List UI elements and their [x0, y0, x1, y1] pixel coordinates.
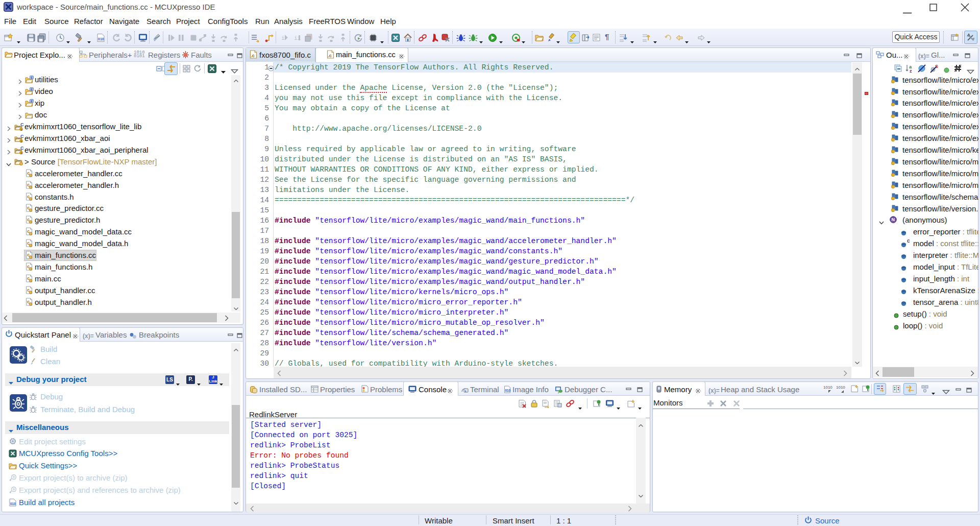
- svg-text:c: c: [31, 99, 33, 103]
- svg-text:!: !: [892, 114, 893, 118]
- svg-text:c: c: [31, 87, 33, 91]
- svg-text:!: !: [892, 91, 893, 95]
- svg-text:!: !: [892, 173, 893, 177]
- svg-text:S: S: [20, 151, 22, 154]
- svg-text:!: !: [892, 103, 893, 106]
- svg-text:!: !: [892, 208, 893, 212]
- svg-text:C: C: [20, 146, 24, 151]
- svg-text:c: c: [31, 76, 33, 79]
- svg-text:!: !: [892, 185, 893, 188]
- svg-text:C: C: [20, 123, 24, 127]
- svg-text:S: S: [20, 139, 22, 142]
- svg-text:!: !: [892, 161, 893, 165]
- svg-text:!: !: [892, 197, 893, 200]
- svg-text:S: S: [20, 128, 22, 131]
- svg-text:010: 010: [10, 502, 16, 506]
- svg-text:N: N: [892, 218, 895, 223]
- svg-text:.c: .c: [328, 53, 332, 58]
- svg-text:!: !: [892, 150, 893, 153]
- svg-text:1010: 1010: [836, 385, 845, 390]
- svg-text:!: !: [892, 138, 893, 141]
- svg-text:010: 010: [505, 389, 511, 392]
- svg-text:C: C: [20, 134, 24, 139]
- svg-text:.c: .c: [251, 53, 255, 58]
- svg-text:i: i: [281, 35, 285, 41]
- svg-text:010: 010: [98, 37, 104, 41]
- svg-text:1010: 1010: [823, 385, 832, 390]
- svg-text:!: !: [892, 80, 893, 83]
- svg-text:!: !: [892, 126, 893, 130]
- svg-text:z: z: [910, 68, 912, 73]
